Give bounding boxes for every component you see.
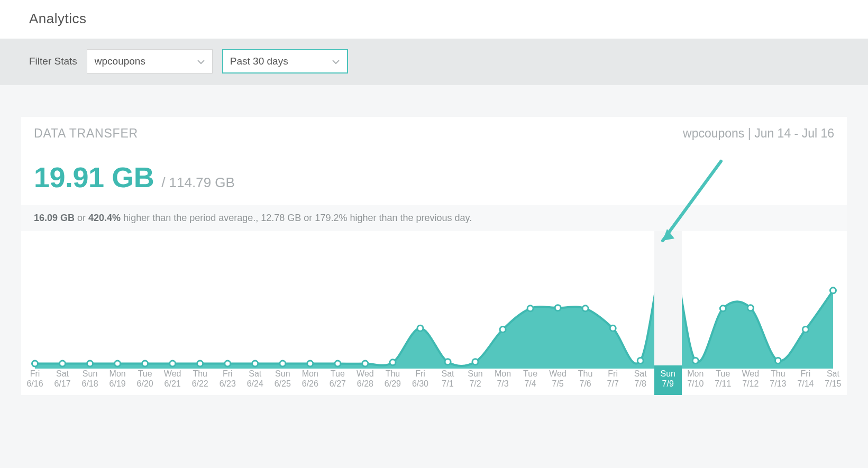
- x-tick[interactable]: Fri7/14: [792, 365, 819, 395]
- svg-point-18: [527, 306, 533, 311]
- metric-total: / 114.79 GB: [161, 175, 235, 191]
- x-tick[interactable]: Fri6/16: [21, 365, 49, 395]
- x-tick[interactable]: Thu7/6: [572, 365, 599, 395]
- x-axis: Fri6/16Sat6/17Sun6/18Mon6/19Tue6/20Wed6/…: [21, 365, 847, 395]
- card-title: DATA TRANSFER: [34, 126, 138, 141]
- x-tick[interactable]: Wed6/21: [159, 365, 186, 395]
- svg-point-13: [390, 360, 396, 365]
- svg-point-25: [720, 306, 726, 311]
- x-tick[interactable]: Sat7/15: [819, 365, 847, 395]
- svg-point-15: [445, 359, 451, 365]
- svg-point-27: [775, 357, 781, 363]
- area-chart[interactable]: [21, 231, 847, 369]
- svg-point-17: [500, 327, 506, 333]
- svg-point-21: [610, 325, 616, 331]
- metric-value: 19.91 GB: [34, 161, 154, 194]
- x-tick[interactable]: Sat7/8: [627, 365, 654, 395]
- x-tick[interactable]: Wed7/12: [737, 365, 764, 395]
- range-select-value: Past 30 days: [230, 56, 288, 67]
- x-tick[interactable]: Fri7/7: [599, 365, 627, 395]
- svg-point-28: [802, 327, 808, 333]
- site-select[interactable]: wpcoupons: [87, 49, 213, 74]
- x-tick[interactable]: Sat7/1: [434, 365, 461, 395]
- x-tick[interactable]: Thu7/13: [764, 365, 792, 395]
- highlight-column: [654, 231, 682, 365]
- card-range: wpcoupons | Jun 14 - Jul 16: [683, 126, 834, 141]
- site-select-value: wpcoupons: [95, 56, 145, 67]
- data-transfer-card: DATA TRANSFER wpcoupons | Jun 14 - Jul 1…: [21, 117, 847, 395]
- svg-point-20: [582, 306, 588, 311]
- x-tick[interactable]: Wed6/28: [351, 365, 379, 395]
- x-tick[interactable]: Tue6/27: [324, 365, 351, 395]
- svg-point-29: [830, 288, 836, 293]
- x-tick[interactable]: Sat6/24: [241, 365, 269, 395]
- svg-point-16: [472, 359, 478, 365]
- x-tick[interactable]: Sun7/9: [654, 365, 682, 395]
- content-area: DATA TRANSFER wpcoupons | Jun 14 - Jul 1…: [0, 85, 868, 406]
- x-tick[interactable]: Fri6/23: [214, 365, 241, 395]
- x-tick[interactable]: Wed7/5: [544, 365, 572, 395]
- filter-bar: Filter Stats wpcoupons Past 30 days: [0, 39, 868, 85]
- x-tick[interactable]: Sat6/17: [49, 365, 76, 395]
- svg-point-26: [747, 305, 753, 311]
- x-tick[interactable]: Sun6/25: [269, 365, 296, 395]
- x-tick[interactable]: Tue6/20: [131, 365, 159, 395]
- page-title: Analytics: [29, 11, 839, 27]
- x-tick[interactable]: Sun7/2: [462, 365, 489, 395]
- card-header: DATA TRANSFER wpcoupons | Jun 14 - Jul 1…: [21, 117, 847, 141]
- x-tick[interactable]: Mon7/10: [682, 365, 709, 395]
- x-tick[interactable]: Mon6/26: [296, 365, 324, 395]
- summary-percent: 420.4%: [88, 213, 121, 223]
- chart: Fri6/16Sat6/17Sun6/18Mon6/19Tue6/20Wed6/…: [21, 231, 847, 395]
- x-tick[interactable]: Mon7/3: [489, 365, 517, 395]
- x-tick[interactable]: Thu6/22: [186, 365, 214, 395]
- svg-point-22: [637, 357, 643, 363]
- chevron-down-icon: [332, 56, 340, 67]
- svg-point-19: [555, 305, 561, 311]
- range-select[interactable]: Past 30 days: [222, 49, 348, 74]
- svg-point-24: [692, 357, 698, 363]
- x-tick[interactable]: Fri6/30: [406, 365, 434, 395]
- x-tick[interactable]: Sun6/18: [76, 365, 104, 395]
- header-bar: Analytics: [0, 0, 868, 39]
- x-tick[interactable]: Tue7/11: [709, 365, 737, 395]
- chevron-down-icon: [197, 56, 205, 67]
- svg-point-14: [417, 325, 423, 331]
- summary-absolute: 16.09 GB: [34, 213, 75, 223]
- metric-row: 19.91 GB / 114.79 GB: [21, 141, 847, 205]
- filter-label: Filter Stats: [29, 56, 77, 67]
- x-tick[interactable]: Mon6/19: [104, 365, 131, 395]
- x-tick[interactable]: Thu6/29: [379, 365, 406, 395]
- x-tick[interactable]: Tue7/4: [517, 365, 544, 395]
- summary-row: 16.09 GB or 420.4% higher than the perio…: [21, 205, 847, 231]
